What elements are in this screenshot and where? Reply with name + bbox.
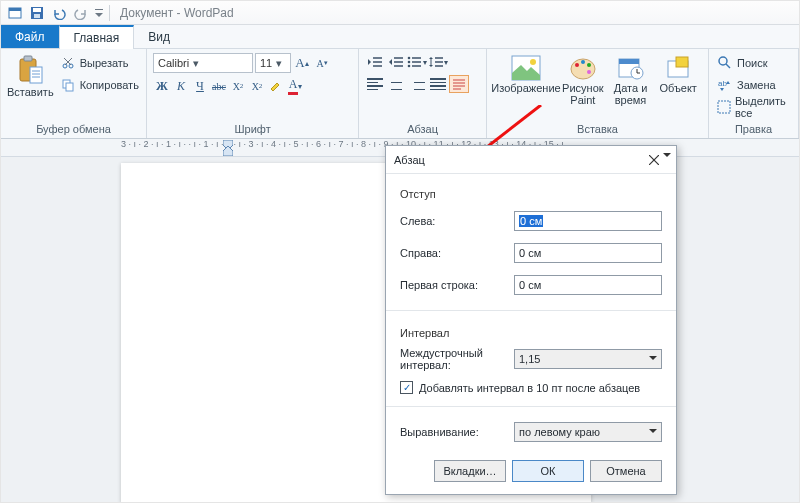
indent-right-label: Справа: [400, 247, 506, 259]
scissors-icon [60, 56, 76, 70]
add-space-checkbox[interactable]: ✓ Добавлять интервал в 10 пт после абзац… [400, 381, 662, 394]
svg-point-42 [581, 60, 585, 64]
app-menu-icon[interactable] [5, 3, 25, 23]
tab-home[interactable]: Главная [59, 25, 135, 49]
line-spacing-button[interactable]: ▾ [428, 53, 448, 71]
underline-button[interactable]: Ч [191, 77, 209, 95]
strikethrough-button[interactable]: abc [210, 77, 228, 95]
separator [386, 310, 676, 311]
svg-rect-55 [718, 101, 730, 113]
copy-label: Копировать [80, 79, 139, 91]
copy-icon [60, 78, 76, 92]
tabs-button[interactable]: Вкладки… [434, 460, 506, 482]
superscript-button[interactable]: X2 [248, 77, 266, 95]
spacing-section-label: Интервал [400, 327, 662, 339]
svg-point-44 [587, 70, 591, 74]
save-icon[interactable] [27, 3, 47, 23]
font-name-combo[interactable]: Calibri▾ [153, 53, 253, 73]
insert-object-button[interactable]: Объект [654, 53, 702, 121]
ribbon-tabs: Файл Главная Вид [1, 25, 799, 49]
align-justify-button[interactable] [428, 75, 448, 93]
bullets-button[interactable]: ▾ [407, 53, 427, 71]
ok-button[interactable]: ОК [512, 460, 584, 482]
checkbox-icon: ✓ [400, 381, 413, 394]
firstline-input[interactable]: 0 см [514, 275, 662, 295]
highlight-button[interactable] [267, 77, 285, 95]
replace-button[interactable]: ab Замена [715, 75, 792, 95]
indent-marker-icon[interactable] [223, 140, 233, 156]
group-editing-label: Правка [715, 121, 792, 138]
svg-point-26 [408, 65, 411, 68]
svg-rect-1 [9, 8, 21, 11]
indent-section-label: Отступ [400, 188, 662, 200]
svg-rect-3 [33, 8, 41, 12]
insert-image-label: Изображение [491, 83, 560, 107]
indent-left-input[interactable]: 0 см [514, 211, 662, 231]
dialog-title: Абзац [394, 154, 425, 166]
alignment-value: по левому краю [514, 422, 662, 442]
italic-button[interactable]: К [172, 77, 190, 95]
insert-paint-button[interactable]: Рисунок Paint [559, 53, 607, 121]
separator [109, 5, 110, 21]
add-space-label: Добавлять интервал в 10 пт после абзацев [419, 382, 640, 394]
replace-label: Замена [737, 79, 776, 91]
bold-button[interactable]: Ж [153, 77, 171, 95]
object-icon [665, 55, 691, 81]
qat-customize-icon[interactable] [93, 3, 105, 23]
svg-point-41 [575, 63, 579, 67]
decrease-indent-button[interactable] [365, 53, 385, 71]
subscript-button[interactable]: X2 [229, 77, 247, 95]
align-center-button[interactable] [386, 75, 406, 93]
copy-button[interactable]: Копировать [58, 75, 141, 95]
svg-text:ab: ab [718, 79, 727, 88]
cut-label: Вырезать [80, 57, 129, 69]
indent-left-label: Слева: [400, 215, 506, 227]
grow-font-button[interactable]: A▴ [293, 54, 311, 72]
picture-icon [511, 55, 541, 81]
find-label: Поиск [737, 57, 767, 69]
svg-point-39 [530, 59, 536, 65]
alignment-select[interactable]: по левому краю [514, 422, 662, 442]
linespacing-value: 1,15 [514, 349, 662, 369]
title-bar: Документ - WordPad [1, 1, 799, 25]
group-editing: Поиск ab Замена Выделить все Правка [709, 49, 799, 138]
svg-rect-17 [66, 83, 73, 91]
dialog-titlebar[interactable]: Абзац [386, 146, 676, 174]
svg-rect-4 [34, 14, 40, 18]
replace-icon: ab [717, 78, 733, 92]
svg-rect-8 [30, 67, 42, 83]
font-color-button[interactable]: A▾ [286, 77, 304, 95]
select-all-icon [717, 100, 731, 114]
tab-view[interactable]: Вид [134, 25, 184, 48]
calendar-icon [617, 55, 645, 81]
cut-button[interactable]: Вырезать [58, 53, 141, 73]
paste-button[interactable]: Вставить [7, 53, 54, 121]
paste-label: Вставить [7, 87, 54, 111]
align-right-button[interactable] [407, 75, 427, 93]
align-left-button[interactable] [365, 75, 385, 93]
firstline-label: Первая строка: [400, 279, 506, 291]
group-font: Calibri▾ 11▾ A▴ A▾ Ж К Ч abc X2 X2 [147, 49, 359, 138]
insert-object-label: Объект [659, 83, 696, 107]
undo-icon[interactable] [49, 3, 69, 23]
insert-datetime-button[interactable]: Дата и время [607, 53, 655, 121]
tab-file[interactable]: Файл [1, 25, 59, 48]
paragraph-dialog-button[interactable] [449, 75, 469, 93]
increase-indent-button[interactable] [386, 53, 406, 71]
select-all-button[interactable]: Выделить все [715, 97, 792, 117]
find-button[interactable]: Поиск [715, 53, 792, 73]
shrink-font-button[interactable]: A▾ [313, 54, 331, 72]
alignment-label: Выравнивание: [400, 426, 506, 438]
font-size-combo[interactable]: 11▾ [255, 53, 291, 73]
linespacing-select[interactable]: 1,15 [514, 349, 662, 369]
group-paragraph: ▾ ▾ Абзац [359, 49, 487, 138]
insert-paint-label: Рисунок Paint [559, 83, 607, 107]
redo-icon[interactable] [71, 3, 91, 23]
insert-image-button[interactable]: Изображение [493, 53, 559, 121]
clipboard-icon [16, 55, 44, 85]
svg-point-43 [587, 63, 591, 67]
svg-rect-46 [619, 59, 639, 64]
select-all-label: Выделить все [735, 95, 790, 119]
cancel-button[interactable]: Отмена [590, 460, 662, 482]
indent-right-input[interactable]: 0 см [514, 243, 662, 263]
